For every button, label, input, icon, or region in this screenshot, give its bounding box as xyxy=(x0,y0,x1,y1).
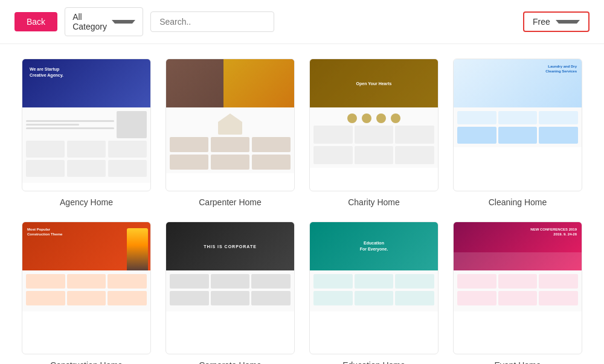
education-hero-text: EducationFor Everyone. xyxy=(360,240,388,253)
template-label-education: Education Home xyxy=(342,360,405,364)
construction-hero-text: Most PopularConstruction Theme xyxy=(27,227,62,237)
chevron-down-icon xyxy=(556,20,580,24)
template-preview-charity: Open Your Hearts xyxy=(309,59,439,191)
template-label-event: Event Home xyxy=(494,360,541,364)
template-card-education[interactable]: EducationFor Everyone. Education Home xyxy=(309,222,439,364)
template-card-charity[interactable]: Open Your Hearts xyxy=(309,59,439,207)
template-card-construction[interactable]: Most PopularConstruction Theme Construct… xyxy=(22,222,151,364)
charity-hero-text: Open Your Hearts xyxy=(310,59,438,107)
template-label-construction: Construction Home xyxy=(50,360,123,364)
template-card-carpenter[interactable]: Carpenter Home xyxy=(165,59,295,207)
header-right: Free xyxy=(523,11,590,32)
chevron-down-icon xyxy=(112,20,135,24)
template-label-corporate: Corporate Home xyxy=(199,360,262,364)
header-left: Back All Category xyxy=(14,7,274,36)
template-preview-cleaning: Laundry and DryCleaning Services xyxy=(453,59,582,191)
template-preview-education: EducationFor Everyone. xyxy=(309,222,439,354)
template-label-carpenter: Carpenter Home xyxy=(199,197,262,207)
search-input[interactable] xyxy=(150,11,274,32)
template-preview-corporate: THIS IS CORPORATE xyxy=(165,222,295,354)
template-grid: We are StartupCreative Agency. xyxy=(0,44,604,364)
template-preview-event: NEW CONFERENCES 20192019. 9. 24-26 xyxy=(453,222,582,354)
template-preview-carpenter xyxy=(165,59,295,191)
template-card-cleaning[interactable]: Laundry and DryCleaning Services Cleanin… xyxy=(453,59,582,207)
template-label-cleaning: Cleaning Home xyxy=(489,197,547,207)
toolbar: Back All Category Free xyxy=(0,0,604,44)
cleaning-hero-text: Laundry and DryCleaning Services xyxy=(458,64,577,74)
template-label-agency: Agency Home xyxy=(60,197,113,207)
template-preview-agency: We are StartupCreative Agency. xyxy=(22,59,151,191)
event-hero-text: NEW CONFERENCES 20192019. 9. 24-26 xyxy=(530,227,577,237)
category-dropdown[interactable]: All Category xyxy=(65,7,143,36)
template-preview-construction: Most PopularConstruction Theme xyxy=(22,222,151,354)
template-card-agency[interactable]: We are StartupCreative Agency. xyxy=(22,59,151,207)
template-label-charity: Charity Home xyxy=(348,197,400,207)
template-card-corporate[interactable]: THIS IS CORPORATE Corporate Home xyxy=(165,222,295,364)
free-label: Free xyxy=(533,17,551,27)
corporate-hero-text: THIS IS CORPORATE xyxy=(204,244,257,249)
template-card-event[interactable]: NEW CONFERENCES 20192019. 9. 24-26 Event… xyxy=(453,222,582,364)
free-dropdown[interactable]: Free xyxy=(523,11,590,32)
back-button[interactable]: Back xyxy=(14,12,57,31)
category-label: All Category xyxy=(72,12,107,31)
agency-hero-text: We are StartupCreative Agency. xyxy=(30,66,63,78)
